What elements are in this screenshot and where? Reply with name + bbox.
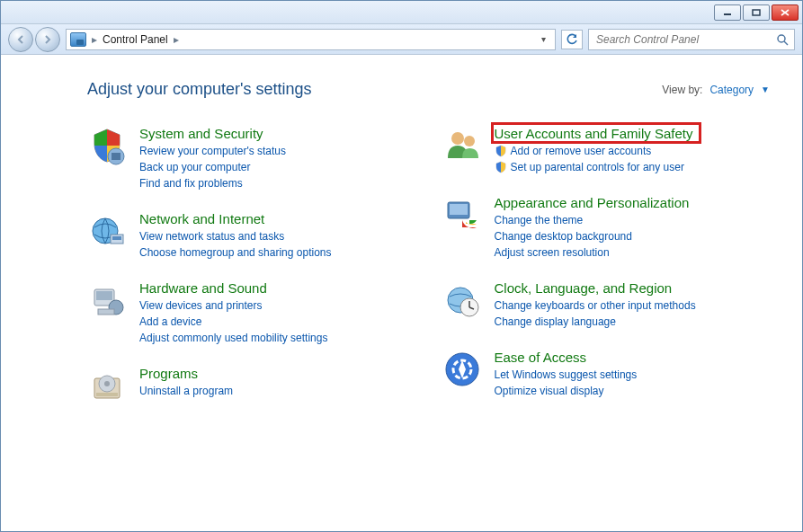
category-link[interactable]: Adjust commonly used mobility settings bbox=[139, 330, 327, 346]
category-link-text: Let Windows suggest settings bbox=[495, 367, 638, 383]
category-title[interactable]: Programs bbox=[139, 366, 198, 381]
users-icon bbox=[442, 126, 482, 165]
category-link-text: Add or remove user accounts bbox=[511, 143, 652, 159]
svg-rect-16 bbox=[96, 393, 118, 396]
breadcrumb-root[interactable]: Control Panel bbox=[103, 33, 168, 46]
navigation-bar: ▸ Control Panel ▸ ▾ bbox=[1, 24, 802, 55]
search-input[interactable] bbox=[594, 32, 776, 47]
category-title[interactable]: Network and Internet bbox=[139, 211, 264, 226]
category-link[interactable]: Adjust screen resolution bbox=[495, 244, 690, 261]
category-link[interactable]: Optimize visual display bbox=[495, 383, 638, 399]
category-link-text: Back up your computer bbox=[139, 159, 250, 175]
category-link[interactable]: Change desktop background bbox=[495, 228, 690, 244]
viewby-value: Category bbox=[709, 84, 754, 96]
category-link[interactable]: Change keyboards or other input methods bbox=[495, 297, 696, 314]
system-security-icon bbox=[87, 126, 127, 165]
address-dropdown-icon[interactable]: ▾ bbox=[535, 34, 551, 44]
category-link[interactable]: Change display language bbox=[495, 314, 696, 330]
category-hardware: Hardware and SoundView devices and print… bbox=[87, 280, 415, 346]
address-bar[interactable]: ▸ Control Panel ▸ ▾ bbox=[66, 29, 556, 50]
category-link[interactable]: Add or remove user accounts bbox=[495, 143, 693, 159]
control-panel-icon bbox=[70, 32, 86, 47]
category-ease: Ease of AccessLet Windows suggest settin… bbox=[442, 350, 771, 399]
svg-rect-1 bbox=[753, 10, 760, 15]
category-network: Network and InternetView network status … bbox=[87, 211, 415, 261]
svg-rect-8 bbox=[112, 236, 121, 240]
content-area: Adjust your computer's settings View by:… bbox=[1, 57, 802, 531]
category-title[interactable]: Ease of Access bbox=[495, 350, 587, 365]
window-titlebar bbox=[1, 1, 802, 24]
category-link[interactable]: Change the theme bbox=[495, 212, 690, 228]
svg-point-17 bbox=[451, 132, 464, 145]
svg-rect-0 bbox=[724, 13, 731, 15]
category-link[interactable]: Set up parental controls for any user bbox=[495, 159, 693, 175]
category-title[interactable]: Clock, Language, and Region bbox=[495, 280, 673, 296]
svg-line-3 bbox=[784, 41, 788, 45]
category-link-text: View network status and tasks bbox=[139, 228, 284, 244]
category-link-text: Change keyboards or other input methods bbox=[495, 297, 696, 314]
category-link[interactable]: Add a device bbox=[139, 314, 327, 330]
category-link-text: Uninstall a program bbox=[139, 383, 233, 399]
category-link-text: Change display language bbox=[495, 314, 616, 330]
uac-shield-icon bbox=[495, 145, 507, 157]
search-box[interactable] bbox=[588, 29, 795, 50]
category-link-text: Find and fix problems bbox=[139, 175, 243, 191]
category-appearance: Appearance and PersonalizationChange the… bbox=[442, 195, 771, 261]
category-link[interactable]: Let Windows suggest settings bbox=[495, 367, 638, 383]
page-heading: Adjust your computer's settings bbox=[87, 80, 312, 99]
svg-point-18 bbox=[464, 136, 475, 146]
category-system-security: System and SecurityReview your computer'… bbox=[87, 126, 415, 191]
category-link[interactable]: Uninstall a program bbox=[139, 383, 233, 399]
category-link-text: Set up parental controls for any user bbox=[511, 159, 684, 175]
category-link[interactable]: View network status and tasks bbox=[139, 228, 331, 244]
category-clock: Clock, Language, and RegionChange keyboa… bbox=[442, 280, 771, 330]
category-title[interactable]: User Accounts and Family Safety bbox=[495, 126, 693, 141]
category-link-text: Add a device bbox=[139, 314, 201, 330]
category-title[interactable]: Hardware and Sound bbox=[139, 280, 267, 296]
minimize-button[interactable] bbox=[714, 4, 741, 21]
programs-icon bbox=[87, 366, 127, 405]
category-link[interactable]: Review your computer's status bbox=[139, 143, 286, 159]
svg-point-2 bbox=[778, 35, 785, 42]
svg-rect-5 bbox=[112, 153, 120, 160]
category-link-text: Optimize visual display bbox=[495, 383, 604, 399]
category-link[interactable]: View devices and printers bbox=[139, 297, 327, 314]
refresh-button[interactable] bbox=[561, 30, 583, 49]
category-link-text: View devices and printers bbox=[139, 297, 263, 314]
viewby-label: View by: bbox=[662, 84, 702, 96]
category-programs: ProgramsUninstall a program bbox=[87, 366, 415, 405]
hardware-icon bbox=[87, 280, 127, 320]
category-link[interactable]: Back up your computer bbox=[139, 159, 286, 175]
svg-point-15 bbox=[104, 381, 110, 386]
appearance-icon bbox=[442, 195, 482, 235]
breadcrumb-separator-icon: ▸ bbox=[92, 33, 97, 46]
category-link-text: Change desktop background bbox=[495, 228, 632, 244]
viewby-control[interactable]: View by: Category ▼ bbox=[662, 84, 770, 96]
forward-button[interactable] bbox=[35, 27, 60, 52]
category-link-text: Change the theme bbox=[495, 212, 584, 228]
category-link-text: Adjust commonly used mobility settings bbox=[139, 330, 327, 346]
category-title[interactable]: System and Security bbox=[139, 126, 263, 141]
svg-rect-12 bbox=[98, 309, 114, 315]
category-link[interactable]: Choose homegroup and sharing options bbox=[139, 244, 331, 261]
category-link-text: Adjust screen resolution bbox=[495, 244, 610, 261]
category-users: User Accounts and Family SafetyAdd or re… bbox=[442, 126, 771, 175]
category-link[interactable]: Find and fix problems bbox=[139, 175, 286, 191]
breadcrumb-separator-icon: ▸ bbox=[174, 33, 179, 46]
close-button[interactable] bbox=[772, 4, 799, 21]
uac-shield-icon bbox=[495, 161, 507, 173]
clock-icon bbox=[442, 280, 482, 320]
maximize-button[interactable] bbox=[743, 4, 770, 21]
search-icon[interactable] bbox=[776, 33, 789, 46]
network-icon bbox=[87, 211, 127, 251]
chevron-down-icon: ▼ bbox=[761, 84, 770, 94]
category-title[interactable]: Appearance and Personalization bbox=[495, 195, 690, 210]
svg-rect-20 bbox=[450, 204, 468, 215]
category-link-text: Choose homegroup and sharing options bbox=[139, 244, 331, 261]
back-button[interactable] bbox=[8, 27, 33, 52]
category-link-text: Review your computer's status bbox=[139, 143, 286, 159]
svg-rect-10 bbox=[96, 291, 112, 300]
ease-icon bbox=[442, 350, 482, 389]
